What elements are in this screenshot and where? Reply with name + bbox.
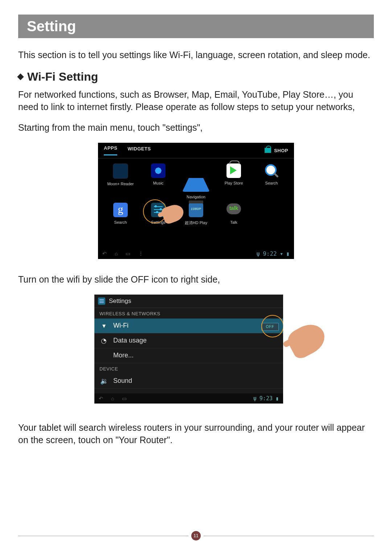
recents-icon[interactable]: ▭ (122, 396, 127, 401)
tab-apps[interactable]: APPS (104, 145, 117, 155)
shop-bag-icon (265, 148, 271, 153)
back-icon[interactable]: ↶ (102, 251, 107, 256)
app-search-magnifier[interactable]: Search (253, 163, 290, 199)
app-navigation[interactable]: Navigation (177, 163, 215, 199)
app-label: 超清HD Play (185, 220, 207, 226)
category-device: DEVICE (94, 363, 283, 374)
app-label: Play Store (225, 181, 243, 185)
usb-icon: ψ (253, 395, 257, 402)
row-data-usage[interactable]: ◔ Data usage (94, 333, 283, 348)
hd-play-icon (189, 203, 203, 217)
status-time: 9:22 (263, 250, 277, 257)
system-nav-bar: ↶ ⌂ ▭ ⋮ ψ 9:22 ▾ ▮ (98, 248, 294, 259)
row-wifi-label: Wi-Fi (113, 322, 128, 329)
page-footer: 11 (18, 531, 374, 540)
pointing-hand-icon (285, 319, 330, 361)
battery-icon: ▮ (286, 250, 290, 257)
moon-reader-icon (113, 163, 128, 179)
app-label: Search (114, 220, 127, 224)
navigation-icon (182, 163, 210, 192)
app-moon-reader[interactable]: Moon+ Reader (102, 163, 139, 199)
system-nav-bar: ↶ ⌂ ▭ ψ 9:23 ▮ (94, 393, 283, 404)
usb-icon: ψ (257, 250, 260, 257)
wifi-status-icon: ▾ (280, 250, 283, 257)
bullet-diamond-icon (17, 73, 24, 80)
highlight-circle-icon (261, 315, 283, 337)
footer-rule (18, 536, 188, 536)
row-more-label: More... (113, 352, 134, 359)
data-usage-icon: ◔ (100, 337, 107, 345)
row-data-label: Data usage (113, 337, 147, 344)
category-wireless: WIRELESS & NETWORKS (94, 308, 283, 319)
status-time: 9:23 (260, 395, 273, 402)
recents-icon[interactable]: ▭ (126, 251, 130, 256)
subsection-heading-text: Wi-Fi Setting (27, 70, 98, 83)
row-more[interactable]: More... (94, 348, 283, 363)
app-label: Navigation (187, 195, 205, 199)
app-play-store[interactable]: Play Store (215, 163, 253, 199)
app-label: Search (265, 181, 278, 185)
app-music[interactable]: Music (139, 163, 177, 199)
settings-header-icon (98, 297, 105, 305)
screenshot-settings-list: Settings WIRELESS & NETWORKS ▾ Wi-Fi ◔ D… (94, 295, 283, 404)
intro-paragraph: This section is to tell you settings lik… (18, 49, 374, 61)
paragraph-3: Turn on the wifi by slide the OFF icon t… (18, 274, 374, 286)
page-number-badge: 11 (191, 531, 201, 540)
google-icon: g (113, 203, 128, 217)
paragraph-2: Starting from the main menu, touch "sett… (18, 122, 374, 134)
music-icon (151, 163, 166, 178)
row-sound[interactable]: 🔉 Sound (94, 374, 283, 389)
app-talk[interactable]: Talk (215, 203, 253, 226)
home-icon[interactable]: ⌂ (111, 396, 114, 401)
sound-icon: 🔉 (100, 377, 107, 385)
back-icon[interactable]: ↶ (99, 396, 103, 401)
row-sound-label: Sound (113, 377, 132, 385)
paragraph-1: For networked functions, such as Browser… (18, 89, 374, 113)
footer-rule (204, 536, 374, 536)
settings-header-title: Settings (109, 297, 131, 305)
battery-icon: ▮ (275, 395, 279, 402)
wifi-icon: ▾ (100, 322, 107, 330)
tab-widgets[interactable]: WIDGETS (127, 146, 151, 155)
app-label: Music (153, 181, 164, 185)
play-store-icon (226, 163, 241, 178)
paragraph-4: Your tablet will search wireless routers… (18, 422, 374, 446)
menu-dots-icon[interactable]: ⋮ (138, 251, 143, 256)
home-icon[interactable]: ⌂ (115, 251, 118, 256)
app-google-search[interactable]: gSearch (102, 203, 139, 226)
app-label: Moon+ Reader (107, 182, 134, 186)
drawer-tab-bar: APPS WIDGETS SHOP (98, 143, 294, 158)
talk-icon (226, 203, 241, 217)
search-icon (264, 163, 279, 178)
app-label: Talk (230, 220, 237, 224)
tab-shop[interactable]: SHOP (274, 148, 288, 153)
section-title: Setting (18, 15, 374, 38)
settings-header: Settings (94, 295, 283, 308)
subsection-heading: Wi-Fi Setting (18, 70, 374, 84)
row-wifi[interactable]: ▾ Wi-Fi (94, 319, 283, 333)
screenshot-app-drawer: APPS WIDGETS SHOP Moon+ Reader Music Nav… (98, 143, 294, 259)
